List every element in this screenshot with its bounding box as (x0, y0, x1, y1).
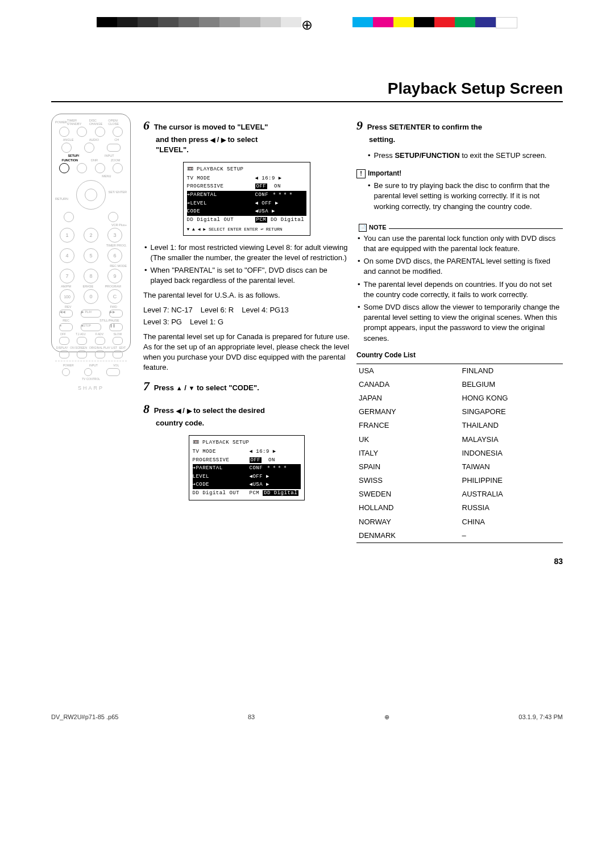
remote-label: DISPLAY (56, 346, 68, 349)
country-cell: INDONESIA (460, 446, 563, 460)
country-cell: HONG KONG (460, 391, 563, 405)
country-cell: FINLAND (460, 364, 563, 378)
bullet-text: The parental level depends on countries.… (364, 279, 563, 300)
registration-mark-icon: ⊕ (301, 17, 313, 33)
page-number: 83 (51, 557, 563, 566)
step-number: 7 (143, 379, 150, 393)
registration-mark-icon: ⊕ (384, 713, 389, 721)
step-text: to select the desired (192, 406, 265, 415)
remote-label: PROGRAM (105, 285, 121, 288)
footer-page: 83 (248, 713, 255, 721)
bullet-text: Be sure to try playing back the disc to … (374, 181, 563, 212)
step-number: 9 (356, 118, 363, 132)
right-arrow-icon: ▶ (187, 407, 192, 414)
remote-num-3: 3 (107, 228, 122, 243)
page: ⊕ Playback Setup Screen POWERTIMER STAND… (0, 0, 614, 738)
remote-column: POWERTIMER STANDBYDISC CHANGEOPEN/ CLOSE… (51, 114, 136, 543)
usa-intro: The parental level for U.S.A. is as foll… (143, 290, 350, 301)
usa-levels-row: Level 3: PG Level 1: G (143, 317, 350, 327)
osd-label: LEVEL (193, 473, 244, 481)
footer-filename: DV_RW2U#p71-85 .p65 (51, 713, 118, 721)
level-text: Level 1: G (190, 317, 223, 327)
bullet: Level 1: for most restricted viewing Lev… (143, 243, 350, 263)
osd-value: CONF ＊＊＊＊ (255, 191, 306, 199)
grayscale-bar (97, 17, 301, 27)
middle-column: 6 The cursor is moved to "LEVEL" and the… (143, 114, 350, 543)
remote-label: PLAY (85, 310, 92, 314)
country-cell: USA (356, 364, 460, 378)
step-number: 8 (143, 402, 150, 416)
remote-num-100: 100 (60, 289, 74, 304)
country-cell: RUSSIA (460, 501, 563, 515)
left-arrow-icon: ◀ (210, 136, 215, 143)
osd-value: ◀USA ▶ (255, 208, 306, 215)
bullet-text: On some DVD discs, the PARENTAL level se… (364, 256, 563, 277)
remote-num-0: 0 (84, 289, 98, 304)
country-cell: FRANCE (356, 419, 460, 432)
important-icon: ! (356, 169, 366, 178)
note-label-text: NOTE (369, 223, 387, 232)
country-code-table: USAFINLANDCANADABELGIUMJAPANHONG KONGGER… (356, 364, 563, 543)
remote-label: OPEN/ CLOSE (108, 119, 127, 126)
country-cell: AUSTRALIA (460, 487, 563, 501)
note-bullet: You can use the parental lock function o… (356, 233, 563, 254)
bullet: Press SETUP/FUNCTION to exit the SETUP s… (367, 151, 563, 161)
osd-value: ◀USA ▶ (250, 481, 301, 489)
remote-num-2: 2 (84, 228, 98, 243)
bullet-text: You can use the parental lock function o… (364, 233, 563, 254)
page-title: Playback Setup Screen (51, 80, 563, 102)
remote-label: ERASE (82, 285, 93, 288)
remote-label: FWD (110, 305, 117, 308)
remote-num-9: 9 (107, 269, 122, 283)
onscreen-display-2: 📼 PLAYBACK SETUP TV MODE◀ 16:9 ▶ PROGRES… (189, 435, 305, 500)
remote-label: RETURN (55, 197, 68, 201)
osd-value: ◀ 16:9 ▶ (250, 448, 301, 456)
country-cell: SPAIN (356, 460, 460, 474)
country-cell: MALAYSIA (460, 433, 563, 446)
important-label: Important! (368, 169, 401, 177)
country-cell: BELGIUM (460, 378, 563, 391)
remote-label: EDIT (119, 346, 126, 349)
remote-illustration: POWERTIMER STANDBYDISC CHANGEOPEN/ CLOSE… (51, 114, 131, 352)
table-row: NORWAYCHINA (356, 515, 563, 529)
country-cell: JAPAN (356, 391, 460, 405)
remote-label: AM/PM (61, 285, 71, 288)
remote-num-4: 4 (60, 248, 74, 263)
remote-label: T.J.ADJ (76, 332, 85, 336)
step-text: country code. (156, 419, 204, 427)
remote-label: F.ADV (96, 332, 103, 336)
step-text: to select (226, 135, 258, 144)
remote-label: DISC CHANGE (89, 119, 109, 126)
remote-label: ON SCREEN (70, 346, 87, 349)
up-arrow-icon: ▲ (176, 384, 182, 391)
bullet-text: Some DVD discs allow the viewer to tempo… (364, 302, 563, 344)
osd-label: ➔PARENTAL (193, 465, 244, 472)
remote-label: TIMER STANDBY (67, 119, 89, 126)
osd-title-text: PLAYBACK SETUP (202, 440, 250, 445)
table-row: UKMALAYSIA (356, 433, 563, 446)
footer-date: 03.1.9, 7:43 PM (518, 713, 563, 721)
country-cell: NORWAY (356, 515, 460, 529)
remote-label: ORIGINAL PLAY LIST (89, 346, 117, 349)
dpad-icon (76, 180, 106, 210)
remote-label: POWER (55, 120, 67, 124)
table-row: JAPANHONG KONG (356, 391, 563, 405)
table-row: CANADABELGIUM (356, 378, 563, 391)
remote-label: MENU (102, 174, 111, 178)
osd-label: ➔LEVEL (187, 200, 238, 207)
step-text: The cursor is moved to "LEVEL" (154, 123, 268, 131)
country-cell: HOLLAND (356, 501, 460, 515)
country-cell: UK (356, 433, 460, 446)
osd-label: TV MODE (187, 175, 238, 182)
table-row: SWISSPHILIPPINE (356, 474, 563, 487)
country-cell: GERMANY (356, 405, 460, 419)
country-cell: CHINA (460, 515, 563, 529)
remote-label: VOL (113, 364, 119, 367)
step-text: Press (154, 383, 176, 392)
osd-title-text: PLAYBACK SETUP (197, 166, 244, 172)
note-bullet: On some DVD discs, the PARENTAL level se… (356, 256, 563, 277)
remote-num-8: 8 (84, 269, 98, 283)
step-text: Press SET/ENTER to confirm the (367, 123, 482, 131)
right-column: 9 Press SET/ENTER to confirm the setting… (356, 114, 563, 543)
table-row: ITALYINDONESIA (356, 446, 563, 460)
